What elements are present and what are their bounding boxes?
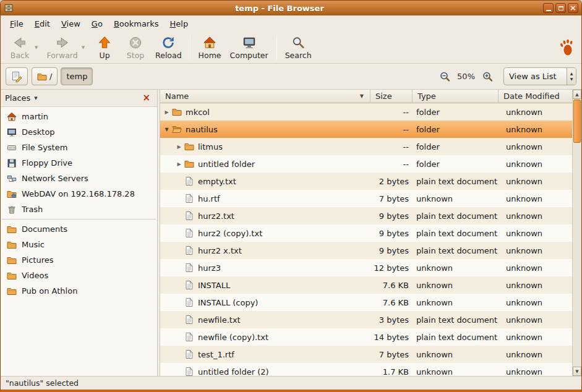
toolbar-back-dropdown[interactable]: ▼ (32, 45, 40, 50)
zoom-in-button[interactable] (481, 70, 494, 83)
toolbar-forward-dropdown[interactable]: ▼ (79, 45, 87, 50)
cell-name: hurz2.txt (160, 207, 370, 224)
close-button[interactable]: × (568, 3, 578, 13)
cell-type: plain text document (413, 315, 499, 325)
place-item-music[interactable]: Music (1, 237, 157, 252)
menu-go[interactable]: Go (86, 17, 108, 30)
place-label: Videos (22, 271, 48, 280)
file-row-mkcol[interactable]: ▶mkcol--folderunknown (160, 103, 572, 121)
column-header-date[interactable]: Date Modified (499, 90, 572, 103)
titlebar[interactable]: temp - File Browser × (1, 1, 581, 15)
toolbar-button-label: Forward (46, 51, 77, 60)
expander-closed-icon[interactable]: ▶ (163, 109, 171, 115)
file-name: hurz2 (copy).txt (198, 229, 262, 238)
cell-size: 9 bytes (370, 246, 413, 255)
expander-closed-icon[interactable]: ▶ (175, 161, 183, 167)
file-row-hurz2-x-txt[interactable]: hurz2 x.txt9 bytesplain text documentunk… (160, 242, 572, 259)
toggle-location-entry-button[interactable] (6, 67, 28, 85)
text-file-icon (184, 211, 194, 221)
file-name: mkcol (186, 108, 210, 117)
toolbar-up-button[interactable]: Up (89, 33, 120, 62)
close-sidebar-button[interactable]: × (140, 93, 153, 103)
menu-bookmarks[interactable]: Bookmarks (108, 17, 165, 30)
column-header-name[interactable]: Name ▼ (160, 90, 370, 103)
toolbar-forward-button[interactable]: Forward (42, 33, 82, 62)
place-item-pub-on-athlon[interactable]: Pub on Athlon (1, 283, 157, 299)
place-label: Pub on Athlon (22, 286, 77, 296)
text-file-icon (184, 228, 194, 238)
place-item-desktop[interactable]: Desktop (1, 124, 157, 140)
file-row-test-1-rtf[interactable]: test_1.rtf7 bytesunknownunknown (160, 346, 572, 363)
path-button-temp[interactable]: temp (61, 67, 93, 85)
file-row-install[interactable]: INSTALL7.6 KBunknownunknown (160, 276, 572, 294)
place-item-pictures[interactable]: Pictures (1, 252, 157, 268)
text-file-icon (184, 245, 194, 255)
toolbar-stop-button[interactable]: Stop (120, 33, 151, 62)
folder-icon (172, 107, 182, 117)
maximize-button[interactable] (555, 3, 566, 13)
minimize-button[interactable] (543, 3, 554, 13)
toolbar-button-label: Computer (230, 51, 268, 60)
menu-help[interactable]: Help (165, 17, 194, 30)
place-item-videos[interactable]: Videos (1, 268, 157, 283)
menu-view[interactable]: View (56, 17, 86, 30)
file-row-newfile-copy-txt[interactable]: newfile (copy).txt14 bytesplain text doc… (160, 328, 572, 346)
file-row-hurz2-txt[interactable]: hurz2.txt9 bytesplain text documentunkno… (160, 207, 572, 224)
file-row-hu-rtf[interactable]: hu.rtf7 bytesunknownunknown (160, 190, 572, 207)
place-item-trash[interactable]: Trash (1, 202, 157, 217)
column-header-size[interactable]: Size (370, 90, 413, 103)
toolbar-button-label: Stop (127, 51, 144, 60)
toolbar-reload-button[interactable]: Reload (151, 33, 186, 62)
file-row-hurz3[interactable]: hurz312 bytesunknownunknown (160, 259, 572, 276)
file-row-untitled-folder[interactable]: ▶untitled folder--folderunknown (160, 155, 572, 173)
file-row-empty-txt[interactable]: empty.txt2 bytesplain text documentunkno… (160, 173, 572, 190)
place-item-webdav-on-192-168-178-28[interactable]: WebDAV on 192.168.178.28 (1, 186, 157, 202)
text-file-icon (184, 263, 194, 273)
cell-date: unknown (499, 246, 572, 255)
toolbar-computer-button[interactable]: Computer (226, 33, 273, 62)
file-rows: ▶mkcol--folderunknown▼nautilus--folderun… (160, 103, 572, 376)
toolbar-home-button[interactable]: Home (194, 33, 226, 62)
path-buttons: /temp (32, 67, 93, 85)
file-row-install-copy[interactable]: INSTALL (copy)7.6 KBunknownunknown (160, 294, 572, 311)
column-header-type[interactable]: Type (413, 90, 499, 103)
vertical-scrollbar[interactable]: ▲ ▼ (572, 90, 581, 376)
scroll-down-button[interactable]: ▼ (573, 367, 581, 376)
file-name: untitled folder (198, 160, 255, 169)
expander-open-icon[interactable]: ▼ (163, 127, 171, 132)
cell-type: plain text document (413, 211, 499, 221)
places-header: Places ▼ × (1, 90, 157, 107)
places-selector[interactable]: Places ▼ (5, 93, 38, 103)
scroll-up-button[interactable]: ▲ (573, 90, 581, 99)
toolbar: Back▼Forward▼UpStopReloadHomeComputerSea… (1, 32, 581, 64)
place-item-floppy-drive[interactable]: Floppy Drive (1, 155, 157, 171)
expander-closed-icon[interactable]: ▶ (175, 144, 183, 150)
file-name: hu.rtf (198, 194, 220, 203)
file-row-nautilus[interactable]: ▼nautilus--folderunknown (160, 121, 572, 138)
cell-size: -- (370, 108, 413, 117)
file-row-newfile-txt[interactable]: newfile.txt3 bytesplain text documentunk… (160, 311, 572, 328)
place-item-network-servers[interactable]: Network Servers (1, 171, 157, 186)
view-mode-select[interactable]: View as List ▲▼ (503, 67, 576, 85)
toolbar-back-button[interactable]: Back (4, 33, 35, 62)
path-button-root[interactable]: / (32, 67, 58, 85)
scroll-track[interactable] (573, 99, 581, 367)
zoom-out-button[interactable] (438, 70, 451, 83)
file-row-hurz2-copy-txt[interactable]: hurz2 (copy).txt9 bytesplain text docume… (160, 224, 572, 242)
stop-icon (129, 35, 142, 50)
scroll-thumb[interactable] (573, 100, 581, 143)
menu-file[interactable]: File (4, 17, 29, 30)
file-name: hurz2.txt (198, 211, 234, 221)
file-row-untitled-folder-2[interactable]: untitled folder (2)1.7 KBunknownunknown (160, 363, 572, 376)
place-item-file-system[interactable]: File System (1, 140, 157, 155)
view-mode-stepper-icon[interactable]: ▲▼ (567, 68, 576, 85)
folder-icon (7, 286, 17, 296)
cell-size: 12 bytes (370, 263, 413, 273)
cell-size: -- (370, 160, 413, 169)
place-item-martin[interactable]: martin (1, 109, 157, 124)
file-row-litmus[interactable]: ▶litmus--folderunknown (160, 138, 572, 155)
menu-edit[interactable]: Edit (29, 17, 56, 30)
cell-date: unknown (499, 315, 572, 325)
toolbar-search-button[interactable]: Search (281, 33, 316, 62)
place-item-documents[interactable]: Documents (1, 221, 157, 237)
